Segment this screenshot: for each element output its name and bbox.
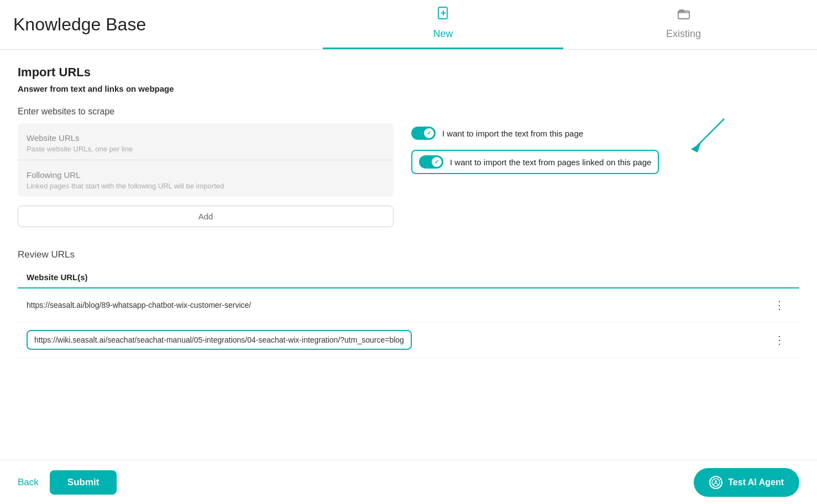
table-row-highlighted: https://wiki.seasalt.ai/seachat/seachat-… <box>18 322 799 358</box>
footer: Back Submit Test AI Agent <box>0 460 817 504</box>
url-form-row: Website URLs Paste website URLs, one per… <box>18 123 799 227</box>
test-agent-button[interactable]: Test AI Agent <box>694 468 799 497</box>
table-actions-1: ⋮ <box>761 288 799 322</box>
url-inputs-container: Website URLs Paste website URLs, one per… <box>18 123 394 227</box>
website-url-label: Website URLs <box>27 133 385 143</box>
review-table: Website URL(s) https://seasalt.ai/blog/8… <box>18 267 799 358</box>
toggle-row-import-text: ✓ I want to import the text from this pa… <box>411 127 659 140</box>
import-urls-subtitle: Answer from text and links on webpage <box>18 84 799 93</box>
add-button[interactable]: Add <box>18 206 394 227</box>
highlighted-url-cell: https://wiki.seasalt.ai/seachat/seachat-… <box>27 330 412 350</box>
tab-existing-label: Existing <box>666 28 701 40</box>
toggle-import-text-label: I want to import the text from this page <box>442 129 583 138</box>
main-content: Import URLs Answer from text and links o… <box>0 50 817 413</box>
following-url-input-box: Following URL Linked pages that start wi… <box>18 160 394 197</box>
table-row: https://seasalt.ai/blog/89-whatsapp-chat… <box>18 288 799 322</box>
test-agent-icon <box>709 476 722 489</box>
tab-existing[interactable]: Existing <box>563 0 804 49</box>
toggle-import-linked[interactable]: ✓ <box>419 155 443 169</box>
review-section: Review URLs Website URL(s) https://seasa… <box>18 249 799 358</box>
enter-websites-label: Enter websites to scrape <box>18 107 799 117</box>
submit-button[interactable]: Submit <box>50 470 117 495</box>
toggle-import-linked-label: I want to import the text from pages lin… <box>450 158 651 167</box>
website-url-input-box: Website URLs Paste website URLs, one per… <box>18 123 394 160</box>
table-header-actions <box>761 267 799 288</box>
existing-tab-icon <box>676 6 692 25</box>
import-urls-title: Import URLs <box>18 65 799 80</box>
svg-rect-3 <box>678 11 689 19</box>
toggle-check-icon: ✓ <box>427 130 431 136</box>
tab-new-label: New <box>433 28 453 40</box>
url-cell-1: https://seasalt.ai/blog/89-whatsapp-chat… <box>18 288 761 322</box>
tab-bar: New Existing <box>323 0 804 49</box>
footer-left: Back Submit <box>18 470 117 495</box>
url-cell-2: https://wiki.seasalt.ai/seachat/seachat-… <box>18 322 761 358</box>
more-options-button-2[interactable]: ⋮ <box>769 331 790 349</box>
page-title: Knowledge Base <box>13 14 323 35</box>
review-urls-title: Review URLs <box>18 249 799 260</box>
toggle-options: ✓ I want to import the text from this pa… <box>411 123 659 174</box>
following-url-hint: Linked pages that start with the followi… <box>27 182 385 190</box>
toggle-import-text[interactable]: ✓ <box>411 127 436 140</box>
toggle-check-icon-2: ✓ <box>434 159 439 165</box>
test-agent-label: Test AI Agent <box>728 477 784 487</box>
svg-point-7 <box>715 480 717 482</box>
header: Knowledge Base New Existing <box>0 0 817 50</box>
new-tab-icon <box>436 6 451 25</box>
table-actions-2: ⋮ <box>761 322 799 358</box>
tab-new[interactable]: New <box>323 0 563 49</box>
following-url-label: Following URL <box>27 170 385 180</box>
more-options-button-1[interactable]: ⋮ <box>769 296 790 314</box>
toggle-row-import-linked: ✓ I want to import the text from pages l… <box>411 150 659 174</box>
table-header-url: Website URL(s) <box>18 267 761 288</box>
back-button[interactable]: Back <box>18 477 39 488</box>
website-url-hint: Paste website URLs, one per line <box>27 145 385 153</box>
